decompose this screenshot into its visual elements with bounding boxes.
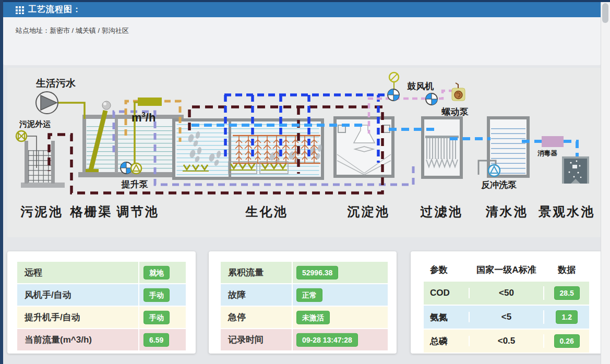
table-row: 风机手/自动 手动 bbox=[17, 284, 186, 306]
tank-label-regulating: 调节池 bbox=[116, 204, 159, 219]
breadcrumb: 站点地址：新密市 / 城关镇 / 郭沟社区 bbox=[16, 26, 129, 35]
water-quality-card: 参数 国家一级A标准 数据 COD <50 28.5 氨氮 <5 1.2 总磷 … bbox=[411, 251, 602, 354]
param-name: COD bbox=[424, 288, 469, 298]
value-badge: 6.59 bbox=[143, 333, 169, 346]
grid-icon bbox=[16, 6, 24, 14]
flow-meter bbox=[138, 98, 162, 106]
backwash-pump-icon bbox=[488, 165, 500, 176]
process-flow-diagram: 生活污水 污泥外运 m3/h 提升泵 鼓风机 螺动泵 反冲洗泵 消毒器 污泥池 … bbox=[7, 68, 602, 237]
row-label: 累积流量 bbox=[221, 266, 264, 278]
tank-label-sedimentation: 沉淀池 bbox=[347, 204, 390, 219]
table-row: 记录时间 09-28 13:47:28 bbox=[221, 329, 388, 350]
inlet-pump-icon bbox=[36, 92, 58, 114]
breadcrumb-panel: 站点地址：新密市 / 城关镇 / 郭沟社区 bbox=[3, 17, 601, 65]
param-name: 总磷 bbox=[424, 335, 469, 347]
column-header: 参数 bbox=[424, 264, 469, 276]
column-header: 数据 bbox=[544, 264, 589, 276]
table-header-row: 参数 国家一级A标准 数据 bbox=[424, 258, 589, 282]
tank-label-bio: 生化池 bbox=[245, 204, 288, 219]
value-badge: 28.5 bbox=[554, 286, 580, 300]
inlet-label: 生活污水 bbox=[35, 78, 76, 89]
lift-pump-icon bbox=[131, 163, 141, 174]
row-label: 记录时间 bbox=[221, 334, 264, 346]
tank-filter bbox=[423, 118, 461, 177]
table-row: 氨氮 <5 1.2 bbox=[424, 306, 589, 329]
scrollbar-thumb[interactable] bbox=[602, 3, 608, 23]
param-standard: <50 bbox=[469, 288, 544, 298]
tank-label-landscape: 景观水池 bbox=[538, 204, 595, 219]
scrollbar[interactable] bbox=[601, 2, 610, 364]
table-row: 累积流量 52996.38 bbox=[221, 262, 388, 283]
row-label: 当前流量(m^3/h) bbox=[17, 334, 92, 346]
param-name: 氨氮 bbox=[424, 311, 469, 323]
table-row: 急停 未激活 bbox=[221, 307, 388, 328]
status-badge: 正常 bbox=[296, 288, 322, 301]
page-title: 工艺流程图： bbox=[28, 4, 81, 15]
tank-label-filter: 过滤池 bbox=[420, 204, 463, 219]
screw-pump-label: 螺动泵 bbox=[441, 107, 469, 117]
sludge-out-label: 污泥外运 bbox=[19, 119, 51, 128]
table-row: 远程 就地 bbox=[17, 262, 186, 283]
tank-label-sludge: 污泥池 bbox=[20, 204, 63, 219]
disinfector-label: 消毒器 bbox=[537, 150, 557, 157]
value-badge: 0.26 bbox=[554, 334, 580, 348]
disinfector-box bbox=[542, 136, 564, 147]
param-standard: <0.5 bbox=[469, 336, 544, 346]
tank-label-grid: 格栅渠 bbox=[70, 204, 113, 219]
screw-pump-icon bbox=[452, 83, 465, 101]
tank-clean-water bbox=[479, 118, 528, 176]
row-label: 风机手/自动 bbox=[17, 289, 71, 301]
tank-biochemical bbox=[174, 120, 322, 178]
row-label: 急停 bbox=[221, 311, 246, 323]
blower-fan-icon bbox=[388, 89, 399, 101]
status-panel-card: 累积流量 52996.38 故障 正常 急停 未激活 记录时间 09-28 13… bbox=[209, 251, 397, 354]
value-badge: 1.2 bbox=[556, 310, 577, 324]
lift-pump-label: 提升泵 bbox=[121, 179, 149, 189]
blower-valve-icon bbox=[389, 72, 399, 82]
row-label: 远程 bbox=[17, 266, 42, 278]
param-standard: <5 bbox=[469, 312, 544, 322]
row-label: 提升机手/自动 bbox=[17, 311, 80, 323]
blower-label: 鼓风机 bbox=[407, 81, 434, 91]
tank-landscape bbox=[562, 156, 589, 184]
table-row: 故障 正常 bbox=[221, 284, 388, 306]
backwash-pump-label: 反冲洗泵 bbox=[481, 180, 517, 190]
timestamp-badge: 09-28 13:47:28 bbox=[296, 333, 358, 346]
status-badge: 未激活 bbox=[296, 310, 330, 324]
status-badge: 手动 bbox=[143, 310, 170, 324]
tank-label-clean: 清水池 bbox=[485, 204, 528, 219]
status-badge: 就地 bbox=[143, 265, 170, 279]
tank-sludge bbox=[21, 141, 65, 188]
table-row: 当前流量(m^3/h) 6.59 bbox=[17, 329, 186, 350]
sludge-valve-icon bbox=[16, 131, 27, 141]
table-row: 提升机手/自动 手动 bbox=[17, 307, 186, 328]
column-header: 国家一级A标准 bbox=[469, 264, 545, 276]
table-row: 总磷 <0.5 0.26 bbox=[424, 330, 589, 353]
lift-fan-icon bbox=[121, 162, 132, 174]
table-row: COD <50 28.5 bbox=[424, 282, 589, 305]
value-badge: 52996.38 bbox=[296, 265, 338, 279]
page-header: 工艺流程图： bbox=[3, 2, 601, 17]
status-badge: 手动 bbox=[143, 288, 170, 301]
blower-fan2-icon bbox=[426, 93, 437, 105]
row-label: 故障 bbox=[221, 289, 246, 301]
control-panel-card: 远程 就地 风机手/自动 手动 提升机手/自动 手动 当前流量(m^3/h) 6… bbox=[7, 251, 196, 354]
